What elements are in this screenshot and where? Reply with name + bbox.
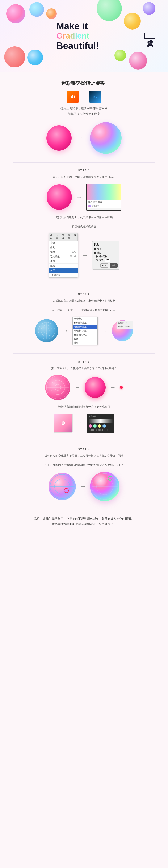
step4-section: STEP 4 做到虚实的变化其实很简单，其实只一切这些点既为背景渐变透明 把下方… (13, 448, 155, 501)
gradient-preview (87, 184, 121, 199)
section-title: 迷彩渐变-阶段1"虚实" (13, 80, 155, 86)
step2-visual: → 取消编组 释放剪切蒙版 建立剪切蒙版 隔离选中对象 全选相同属性 变换 排列… (13, 317, 155, 345)
step2-label: STEP 2 (13, 292, 155, 296)
radio-stroke (94, 252, 96, 254)
hero-line3: Beautiful! (56, 40, 99, 51)
step3-crosshair (45, 375, 70, 400)
plus-icon: + (83, 94, 85, 100)
bottom-section: 这样一来我们就得到了一个完美的不规则颜色渐变，并且有虚实变化的图形。 意感各种好… (13, 516, 155, 527)
bubble-1 (6, 4, 25, 23)
step1-screenshot: 颜色 渐变 描边 线性渐变 (86, 184, 121, 211)
step1-circle (47, 184, 72, 210)
radio-specify (96, 259, 98, 261)
main-content: 迷彩渐变-阶段1"虚实" Ai + Ps 使用工具简单，就算AI中使用空间网 简… (0, 72, 168, 541)
ps-label: Ps (93, 95, 97, 99)
step4-arrow: → (80, 483, 86, 490)
pd-row4: 隔离选中对象 (73, 329, 97, 333)
gp-label: H: 320° S: 50% B: 100% (89, 429, 113, 431)
stop1 (89, 424, 92, 428)
step1-visual-row1: → 颜色 渐变 描边 线性渐变 (13, 184, 155, 211)
bottom-text1: 这样一来我们就得到了一个完美的不规则颜色渐变，并且有虚实变化的图形。 (13, 516, 155, 522)
bubble-7 (4, 46, 25, 67)
gradient-icon-small (88, 205, 91, 208)
step3-desc: 接下去就可以用直接选择工具给予每个单独的点颜料了 (13, 366, 155, 371)
bubble-9 (115, 50, 126, 61)
ps-icon: Ps (89, 91, 101, 103)
expand-stroke-label: 描边 (97, 251, 101, 254)
step3-red-dot (120, 386, 123, 389)
menu-transform: 变换 (49, 241, 78, 245)
menu-obj: 对象 (49, 233, 55, 241)
divider-4 (13, 441, 155, 441)
step3-arrow1: → (75, 384, 80, 391)
expand-sub-options: 渐变网格 指定 255 (96, 255, 118, 262)
menu-arrange: 排列 (49, 245, 78, 250)
pd-row1: 取消编组 (73, 317, 97, 321)
svg-point-19 (108, 476, 112, 480)
expand-option2: 描边 (94, 251, 118, 254)
step3b-desc: 选择适点消确好面渐变节色彩变更美观应用 (13, 404, 155, 409)
menu-expand-appearance: 扩展外观 (49, 273, 78, 277)
menu-effect: 效果 (67, 233, 73, 241)
expand-suboption2: 指定 255 (96, 259, 118, 262)
step2-desc2: 选中对象→→右键→→一把消除掉，保留好的初步拓。 (13, 308, 155, 312)
ai-label: Ai (71, 94, 75, 100)
step1-section: STEP 1 首先在画布上画一个圆，调好渐变颜度，颜色自选。 → 颜色 渐变 描… (13, 169, 155, 278)
step2-dropdown: 取消编组 释放剪切蒙版 建立剪切蒙版 隔离选中对象 全选相同属性 变换 排列 (73, 317, 98, 345)
radio-mesh (96, 255, 98, 257)
expand-fill-label: 填充 (97, 247, 101, 250)
step2-desc1: 完成以后鼠标放置在对象上，上会出现十字的网格格 (13, 298, 155, 303)
step2-section: STEP 2 完成以后鼠标放置在对象上，上会出现十字的网格格 选中对象→→右键→… (13, 292, 155, 345)
hero-side-text: 虛實 (144, 33, 155, 39)
step3b-visual: → 渐变网格 H: 320° S: 50% B: 100% (13, 413, 155, 433)
step3-arrow2: → (110, 384, 116, 391)
arrow-1: → (78, 135, 84, 142)
ok-button[interactable]: 确定 (110, 264, 118, 268)
gradient-label: 渐变 (93, 201, 97, 204)
step1-desc1: 首先在画布上画一个圆，调好渐变颜度，颜色自选。 (13, 175, 155, 179)
color-label: 颜色 (88, 201, 92, 204)
menu-group: 编组 ⌘G (49, 250, 78, 254)
menu-header: 对象 文字 选择 效果 视 (49, 233, 78, 241)
subtitle2: 简单的操作创造新的渐变 (13, 112, 155, 116)
step4-label: STEP 4 (13, 448, 155, 451)
screenshot-menu-bar: 颜色 渐变 描边 线性渐变 (87, 199, 121, 208)
expand-suboption1: 渐变网格 (96, 255, 118, 258)
menu-view: 视 (73, 233, 78, 241)
hero-section: Make it Gradient Beautiful! 虛實 (0, 0, 168, 72)
crosshair-overlay (35, 319, 58, 342)
expand-mesh-label: 渐变网格 (99, 255, 107, 258)
menu-expand[interactable]: 扩展 (49, 268, 78, 273)
cancel-button[interactable]: 取消 (100, 264, 108, 268)
texture-center-dot (61, 421, 65, 425)
expand-buttons: 取消 确定 (94, 264, 118, 268)
pd-row3-selected[interactable]: 建立剪切蒙版 (73, 325, 97, 329)
step2-result-wrap: 路径查找器 透明度: 100% (112, 320, 133, 341)
stroke-label: 描边 (98, 201, 102, 204)
stop3 (98, 424, 101, 428)
expand-option1: 填充 (94, 247, 118, 250)
step4-result-cross (90, 472, 120, 501)
step4-desc2: 把下方红圈内的点透明化为对调整变为对照渐变虚实变化更加了了 (13, 462, 155, 467)
intro-circle-demo: → (13, 122, 155, 154)
divider-3 (13, 353, 155, 354)
menu-lock: 锁定 (49, 259, 78, 264)
pd-row7: 排列 (73, 341, 97, 345)
step3-visual: → → (13, 375, 155, 400)
hero-line1: Make it (56, 21, 99, 31)
step2-arrow2: → (102, 327, 108, 334)
step4-crosshair (48, 473, 76, 500)
hero-title-block: Make it Gradient Beautiful! (56, 21, 99, 51)
app-icons-row: Ai + Ps (13, 91, 155, 103)
bubble-8 (27, 50, 43, 65)
menu-text: 文字 (55, 233, 61, 241)
subtitle1: 使用工具简单，就算AI中使用空间网 (13, 107, 155, 111)
step1-desc2: 先找以后面板打开，点击菜单→→对象→→扩展 (13, 215, 155, 220)
step4-circle-wrap (48, 473, 76, 500)
mp-row2: 透明度: 100% (118, 325, 132, 328)
step3-section: STEP 3 接下去就可以用直接选择工具给予每个单独的点颜料了 → → 选 (13, 360, 155, 433)
step4-visual: → (13, 472, 155, 501)
ai-icon: Ai (67, 91, 79, 103)
bubble-3 (46, 8, 57, 19)
menu-select: 选择 (61, 233, 67, 241)
